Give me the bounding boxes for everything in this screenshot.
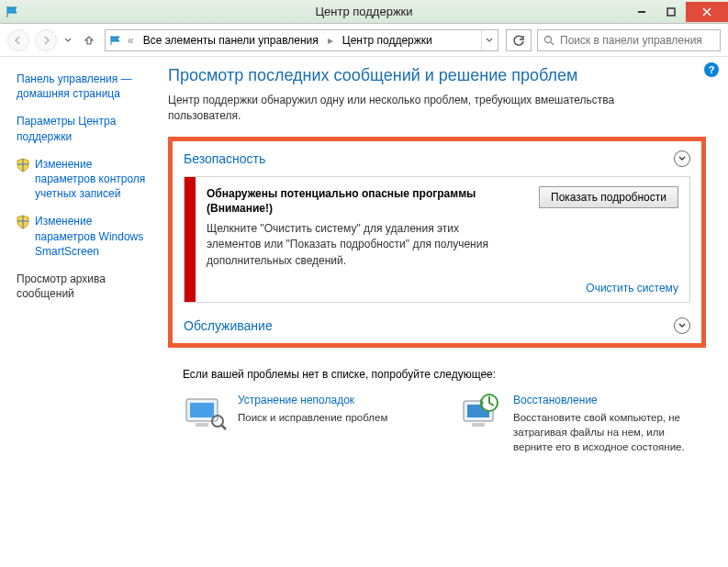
show-details-button[interactable]: Показать подробности	[539, 186, 678, 208]
sidebar-link-smartscreen[interactable]: Изменение параметров Windows SmartScreen	[35, 214, 148, 259]
up-button[interactable]	[79, 30, 99, 50]
window-titlebar: Центр поддержки	[0, 0, 728, 24]
tips-intro: Если вашей проблемы нет в списке, попроб…	[183, 368, 706, 381]
back-button[interactable]	[7, 29, 29, 51]
highlighted-region: Безопасность Показать подробности Обнару…	[168, 137, 706, 349]
tip-troubleshoot-text: Поиск и исправление проблем	[238, 410, 387, 425]
chevron-down-icon[interactable]	[674, 317, 690, 334]
tip-troubleshoot-title: Устранение неполадок	[238, 394, 387, 406]
troubleshoot-icon	[183, 394, 227, 432]
sidebar-link-settings[interactable]: Параметры Центра поддержки	[17, 114, 148, 143]
search-box[interactable]	[537, 29, 721, 51]
search-input[interactable]	[560, 34, 714, 47]
close-button[interactable]	[686, 2, 728, 22]
chevron-down-icon[interactable]	[674, 150, 690, 167]
breadcrumb-overflow-icon[interactable]: «	[128, 34, 134, 47]
svg-rect-0	[667, 8, 675, 16]
maximize-button[interactable]	[656, 2, 686, 22]
alert-text: Щелкните "Очистить систему" для удаления…	[207, 221, 500, 269]
shield-icon	[17, 215, 29, 272]
svg-rect-3	[190, 403, 214, 417]
section-security-header[interactable]: Безопасность	[173, 141, 701, 176]
sidebar-link-uac[interactable]: Изменение параметров контроля учетных за…	[35, 157, 148, 202]
clean-system-link[interactable]: Очистить систему	[207, 282, 678, 295]
sidebar-link-archive[interactable]: Просмотр архива сообщений	[17, 272, 148, 301]
page-subtitle: Центр поддержки обнаружил одну или неско…	[168, 93, 655, 124]
section-maintenance-header[interactable]: Обслуживание	[173, 308, 701, 343]
address-dropdown[interactable]	[481, 30, 496, 50]
address-bar[interactable]: « Все элементы панели управления ▸ Центр…	[105, 29, 498, 51]
breadcrumb-item-current[interactable]: Центр поддержки	[337, 34, 438, 47]
svg-rect-8	[472, 423, 485, 427]
tip-recovery[interactable]: Восстановление Восстановите свой компьют…	[458, 394, 697, 454]
page-title: Просмотр последних сообщений и решение п…	[168, 66, 706, 85]
section-security-label: Безопасность	[184, 151, 265, 166]
search-icon	[543, 35, 554, 46]
tip-troubleshoot[interactable]: Устранение неполадок Поиск и исправление…	[183, 394, 421, 454]
alert-title: Обнаружены потенциально опасные программ…	[207, 186, 482, 216]
navigation-toolbar: « Все элементы панели управления ▸ Центр…	[0, 24, 728, 57]
tip-recovery-text: Восстановите свой компьютер, не затрагив…	[513, 410, 697, 454]
location-flag-icon	[109, 35, 122, 46]
breadcrumb-item-all[interactable]: Все элементы панели управления	[138, 34, 324, 47]
minimize-button[interactable]	[627, 2, 656, 22]
shield-icon	[17, 158, 29, 215]
refresh-button[interactable]	[506, 29, 532, 51]
forward-button[interactable]	[35, 29, 57, 51]
nav-history-dropdown[interactable]	[62, 38, 73, 43]
sidebar: Панель управления — домашняя страница Па…	[0, 57, 159, 567]
main-content: ? Просмотр последних сообщений и решение…	[159, 57, 728, 567]
chevron-right-icon: ▸	[328, 34, 333, 47]
svg-point-1	[545, 36, 552, 42]
alert-severity-stripe	[185, 177, 196, 303]
section-maintenance-label: Обслуживание	[184, 318, 273, 333]
recovery-icon	[458, 394, 502, 432]
security-alert-card: Показать подробности Обнаружены потенциа…	[184, 176, 690, 304]
action-center-flag-icon	[6, 6, 20, 18]
window-title: Центр поддержки	[0, 5, 728, 18]
help-icon[interactable]: ?	[704, 62, 719, 77]
sidebar-link-home[interactable]: Панель управления — домашняя страница	[17, 72, 148, 101]
tip-recovery-title: Восстановление	[513, 394, 697, 406]
svg-rect-4	[196, 423, 208, 427]
